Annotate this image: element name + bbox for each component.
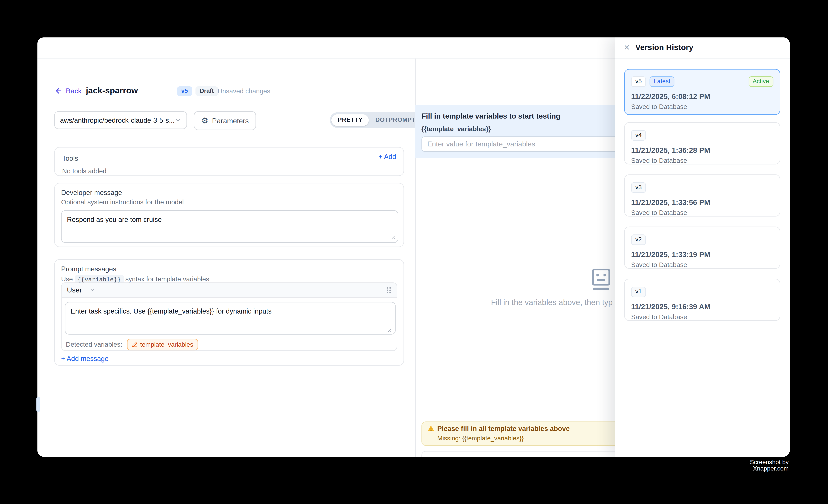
arrow-left-icon	[55, 87, 63, 95]
edge-handle[interactable]	[36, 397, 40, 412]
unsaved-changes-label: Unsaved changes	[217, 87, 270, 95]
version-date: 11/22/2025, 6:08:12 PM	[631, 92, 774, 100]
detected-variables-row: Detected variables: template_variables	[66, 339, 198, 350]
version-card-v1[interactable]: v1 11/21/2025, 9:16:39 AM Saved to Datab…	[624, 279, 780, 321]
syntax-suffix: syntax for template variables	[125, 276, 209, 283]
detected-variables-label: Detected variables:	[66, 341, 122, 348]
message-role-bar: User	[62, 283, 397, 298]
prompt-syntax-hint: Use {{variable}} syntax for template var…	[61, 276, 397, 283]
latest-badge: Latest	[650, 76, 674, 87]
template-variable-label: {{template_variables}}	[421, 125, 491, 133]
watermark-credit: Screenshot by Xnapper.com	[729, 459, 789, 471]
version-card-v3[interactable]: v3 11/21/2025, 1:33:56 PM Saved to Datab…	[624, 174, 780, 217]
version-date: 11/21/2025, 1:33:19 PM	[631, 250, 774, 258]
template-variables-title: Fill in template variables to start test…	[421, 112, 561, 120]
warning-title: Please fill in all template variables ab…	[437, 425, 570, 432]
version-chip: v4	[631, 130, 646, 140]
empty-state-hint: Fill in the variables above, then typ	[491, 298, 613, 307]
gear-icon: ⚙	[201, 117, 208, 125]
version-date: 11/21/2025, 9:16:39 AM	[631, 302, 774, 311]
version-status: Saved to Database	[631, 261, 774, 268]
warning-missing: Missing: {{template_variables}}	[437, 435, 524, 442]
parameters-label: Parameters	[212, 117, 249, 125]
toggle-pretty[interactable]: PRETTY	[331, 115, 369, 126]
back-label: Back	[66, 87, 82, 95]
version-history-panel: ✕ Version History v5 Latest Active 11/22…	[615, 37, 790, 457]
version-chip: v1	[631, 287, 646, 297]
syntax-prefix: Use	[61, 276, 73, 283]
role-select[interactable]: User	[67, 286, 82, 294]
resize-grip-icon[interactable]	[387, 328, 392, 333]
resize-grip-icon[interactable]	[391, 235, 396, 240]
tools-card: Tools + Add No tools added	[54, 147, 404, 176]
chevron-down-icon	[89, 287, 95, 293]
edit-pencil-icon	[132, 342, 137, 347]
tools-title: Tools	[62, 154, 78, 162]
version-card-v4[interactable]: v4 11/21/2025, 1:36:28 PM Saved to Datab…	[624, 122, 780, 164]
model-select[interactable]: aws/anthropic/bedrock-claude-3-5-s...	[54, 111, 187, 129]
version-date: 11/21/2025, 1:36:28 PM	[631, 146, 774, 154]
version-status: Saved to Database	[631, 209, 774, 216]
developer-message-card: Developer message Optional system instru…	[54, 183, 404, 247]
detected-variable-name: template_variables	[140, 341, 193, 348]
message-block: User Enter task specifics. Use {{templat…	[61, 283, 397, 351]
active-badge: Active	[748, 76, 773, 87]
app-window: Back jack-sparrow v5 Draft Unsaved chang…	[37, 37, 790, 457]
version-status: Saved to Database	[631, 157, 774, 164]
view-mode-toggle: PRETTY DOTPROMPT	[330, 112, 423, 128]
add-message-button[interactable]: + Add message	[61, 354, 109, 363]
developer-subtitle: Optional system instructions for the mod…	[61, 199, 397, 206]
drag-handle-icon[interactable]	[386, 287, 391, 294]
developer-title: Developer message	[61, 188, 397, 197]
version-card-v5[interactable]: v5 Latest Active 11/22/2025, 6:08:12 PM …	[624, 69, 780, 115]
version-date: 11/21/2025, 1:33:56 PM	[631, 198, 774, 206]
prompt-messages-card: Prompt messages Use {{variable}} syntax …	[54, 259, 404, 366]
user-message-textarea[interactable]: Enter task specifics. Use {{template_var…	[65, 302, 396, 335]
add-tool-button[interactable]: + Add	[378, 153, 396, 161]
version-chip: v5	[631, 76, 646, 87]
toggle-dotprompt[interactable]: DOTPROMPT	[369, 115, 422, 126]
parameters-button[interactable]: ⚙ Parameters	[194, 111, 256, 130]
robot-face-icon	[592, 269, 611, 290]
chevron-down-icon	[175, 117, 181, 123]
version-chip: v3	[631, 182, 646, 193]
version-history-divider	[615, 58, 790, 59]
model-select-value: aws/anthropic/bedrock-claude-3-5-s...	[60, 116, 175, 124]
version-chip: v2	[631, 235, 646, 245]
warning-triangle-icon	[427, 425, 434, 432]
tools-empty-text: No tools added	[62, 168, 396, 175]
developer-message-textarea[interactable]: Respond as you are tom cruise	[61, 210, 399, 243]
draft-badge: Draft	[196, 86, 218, 96]
back-button[interactable]: Back	[55, 87, 82, 95]
page-title: jack-sparrow	[86, 86, 138, 95]
version-badge: v5	[177, 86, 192, 96]
prompt-title: Prompt messages	[61, 265, 397, 273]
screenshot-stage: Back jack-sparrow v5 Draft Unsaved chang…	[0, 0, 828, 504]
version-status: Saved to Database	[631, 313, 774, 321]
version-status: Saved to Database	[631, 103, 774, 110]
version-card-v2[interactable]: v2 11/21/2025, 1:33:19 PM Saved to Datab…	[624, 226, 780, 269]
close-icon[interactable]: ✕	[624, 43, 630, 52]
detected-variable-chip[interactable]: template_variables	[127, 339, 198, 350]
version-history-title: Version History	[635, 43, 693, 52]
